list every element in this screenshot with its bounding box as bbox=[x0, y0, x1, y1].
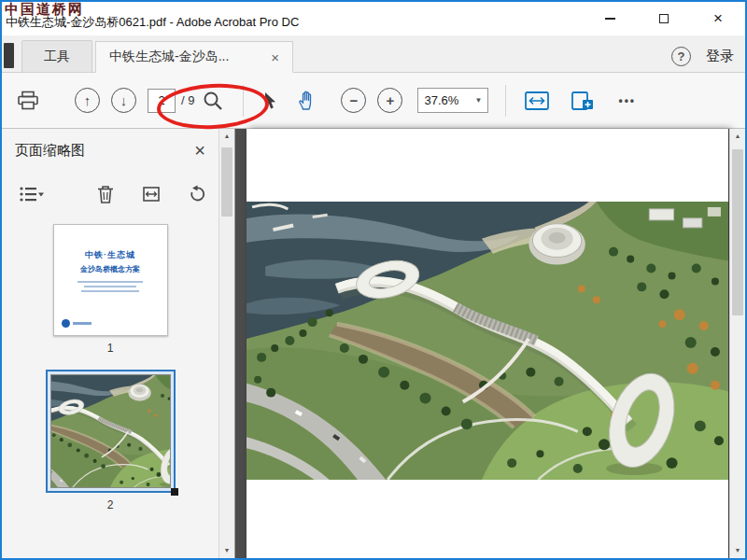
scroll-thumb[interactable] bbox=[221, 147, 233, 217]
maximize-icon bbox=[659, 14, 669, 23]
more-tools-button[interactable]: ••• bbox=[616, 92, 638, 109]
resize-pages-button[interactable] bbox=[139, 183, 163, 205]
cover-text-bars bbox=[54, 281, 167, 292]
app-window: 中铁生态城-金沙岛桥0621.pdf - Adobe Acrobat Pro D… bbox=[0, 0, 747, 560]
panel-close-icon[interactable]: × bbox=[194, 141, 205, 160]
arrow-down-icon: ↓ bbox=[120, 92, 128, 108]
search-button[interactable] bbox=[200, 88, 226, 114]
next-page-button[interactable]: ↓ bbox=[111, 88, 136, 113]
scroll-up-arrow[interactable]: ▲ bbox=[730, 129, 745, 144]
zoom-value: 37.6% bbox=[424, 93, 458, 107]
thumbnail-options-icon bbox=[19, 186, 44, 203]
hand-tool-button[interactable] bbox=[295, 88, 318, 113]
maximize-button[interactable] bbox=[637, 2, 691, 35]
select-tool-button[interactable] bbox=[261, 90, 278, 112]
cover-title-line1: 中铁·生态城 bbox=[54, 249, 167, 261]
thumbnails-scrollbar[interactable]: ▲ ▼ bbox=[218, 129, 234, 558]
plus-icon: + bbox=[387, 92, 395, 108]
thumbnails-panel-inner: 页面缩略图 × bbox=[2, 129, 218, 558]
document-viewer: ▲ ▼ bbox=[235, 129, 745, 558]
tools-tab-label: 工具 bbox=[44, 49, 70, 65]
toolbar-separator bbox=[243, 85, 244, 117]
site-watermark: 中国道桥网 bbox=[5, 1, 84, 19]
tab-document[interactable]: 中铁生态城-金沙岛... × bbox=[95, 41, 293, 73]
tab-tools[interactable]: 工具 bbox=[21, 40, 92, 72]
tabbar-right: ? 登录 bbox=[671, 47, 745, 72]
scroll-track[interactable] bbox=[730, 144, 745, 543]
page-2-render-image bbox=[247, 202, 728, 480]
help-icon[interactable]: ? bbox=[671, 47, 691, 66]
scroll-track[interactable] bbox=[219, 144, 234, 543]
resize-pages-icon bbox=[141, 185, 162, 203]
window-controls: × bbox=[583, 2, 745, 35]
fit-width-button[interactable] bbox=[523, 90, 551, 112]
panel-header: 页面缩略图 × bbox=[2, 129, 218, 172]
select-cursor-icon bbox=[262, 91, 276, 110]
viewer-scrollbar[interactable]: ▲ ▼ bbox=[729, 129, 745, 558]
sign-in-button[interactable]: 登录 bbox=[706, 48, 734, 65]
scroll-thumb[interactable] bbox=[732, 149, 743, 315]
page-count-label: / 9 bbox=[181, 93, 194, 107]
print-button[interactable] bbox=[15, 89, 41, 113]
tab-close-icon[interactable]: × bbox=[271, 49, 279, 65]
rotate-left-icon bbox=[188, 185, 206, 203]
cover-logo-mark bbox=[62, 319, 70, 328]
minimize-button[interactable] bbox=[583, 2, 637, 35]
page-1-cover: 中铁·生态城 金沙岛桥概念方案 bbox=[53, 224, 168, 336]
document-tab-label: 中铁生态城-金沙岛... bbox=[109, 49, 229, 65]
minus-icon: − bbox=[350, 92, 359, 108]
toolbar-separator bbox=[505, 85, 506, 117]
more-options-icon: ••• bbox=[618, 94, 636, 107]
cover-title-line2: 金沙岛桥概念方案 bbox=[54, 264, 167, 274]
thumbnail-page-2[interactable]: 2 bbox=[46, 370, 176, 511]
page-1-label: 1 bbox=[107, 342, 114, 355]
minimize-icon bbox=[605, 18, 615, 20]
caret-down-icon: ▼ bbox=[475, 96, 483, 105]
page-tools-icon bbox=[571, 91, 594, 110]
home-icon[interactable] bbox=[4, 43, 14, 68]
trash-icon bbox=[96, 185, 115, 204]
thumbnail-options-button[interactable] bbox=[17, 184, 46, 204]
close-button[interactable]: × bbox=[691, 2, 745, 35]
fit-width-icon bbox=[525, 91, 549, 110]
arrow-up-icon: ↑ bbox=[84, 92, 92, 108]
selection-handle bbox=[171, 488, 178, 496]
thumbnails-panel: 页面缩略图 × bbox=[2, 129, 235, 558]
page-tools-button[interactable] bbox=[570, 90, 596, 112]
zoom-level-select[interactable]: 37.6% ▼ bbox=[417, 88, 488, 113]
rotate-left-button[interactable] bbox=[186, 183, 208, 205]
scroll-down-arrow[interactable]: ▼ bbox=[730, 543, 745, 558]
pdf-page-2 bbox=[247, 129, 728, 558]
page-2-render-thumbnail bbox=[50, 374, 171, 488]
panel-toolbar bbox=[2, 172, 218, 217]
help-glyph: ? bbox=[678, 49, 685, 63]
main-toolbar: ↑ ↓ / 9 − + 37.6% ▼ bbox=[2, 73, 745, 129]
thumbnail-page-1[interactable]: 中铁·生态城 金沙岛桥概念方案 1 bbox=[53, 224, 168, 355]
thumbnail-selection-box bbox=[46, 370, 176, 493]
hand-icon bbox=[297, 90, 317, 111]
printer-icon bbox=[17, 91, 39, 111]
scroll-down-arrow[interactable]: ▼ bbox=[219, 543, 234, 558]
page-2-label: 2 bbox=[107, 498, 114, 511]
scroll-up-arrow[interactable]: ▲ bbox=[219, 129, 234, 144]
zoom-in-button[interactable]: + bbox=[377, 88, 402, 113]
thumbnail-list: 中铁·生态城 金沙岛桥概念方案 1 bbox=[2, 217, 218, 511]
panel-title: 页面缩略图 bbox=[15, 142, 85, 160]
titlebar: 中铁生态城-金沙岛桥0621.pdf - Adobe Acrobat Pro D… bbox=[2, 2, 745, 35]
content-area: 页面缩略图 × bbox=[2, 129, 745, 558]
tab-bar: 工具 中铁生态城-金沙岛... × ? 登录 bbox=[2, 35, 745, 73]
search-icon bbox=[202, 90, 224, 112]
delete-page-button[interactable] bbox=[94, 183, 117, 206]
previous-page-button[interactable]: ↑ bbox=[75, 88, 100, 113]
zoom-out-button[interactable]: − bbox=[341, 88, 366, 113]
page-number-input[interactable] bbox=[148, 89, 176, 113]
